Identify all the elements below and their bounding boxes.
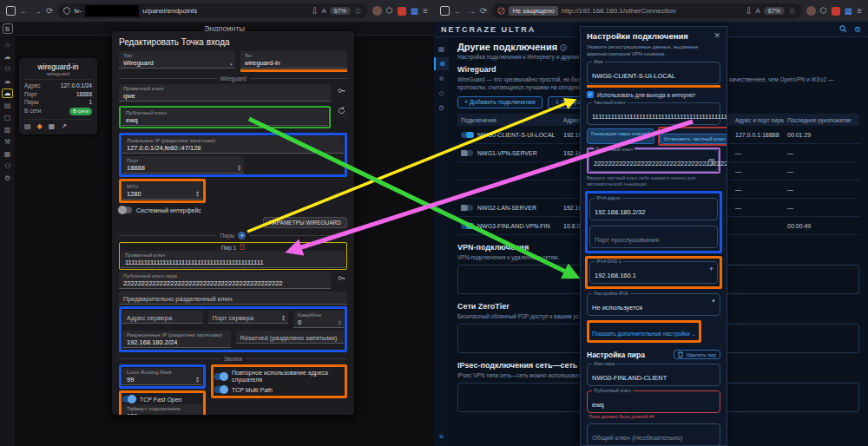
mtu-field[interactable]: MTU 1280 ▲▼ [122, 182, 202, 200]
name-field[interactable]: Имя NWG0-CLIENT-S-UI-LOCAL [587, 62, 720, 84]
zoom-badge[interactable]: 67% [764, 7, 785, 15]
tab-icon[interactable] [440, 6, 450, 16]
peer-public-key-field[interactable]: Публичный ключ пира 22222222222222222222… [119, 272, 331, 289]
adblock-icon[interactable] [398, 7, 406, 16]
gear-icon[interactable]: ⚙ [854, 25, 861, 34]
internet-icon[interactable]: ⊕ [434, 57, 449, 70]
ipv6-select[interactable]: Настройка IPv6 Не используется ▼ [587, 293, 720, 316]
tools-icon[interactable]: ⚒ [2, 137, 13, 147]
private-key-field[interactable]: Частный ключ 111111111111111111111111111… [587, 102, 720, 125]
tcp-multipath-toggle[interactable]: TCP Multi Path [214, 386, 344, 393]
peer-public-key-field[interactable]: Публичный ключ ewq [587, 390, 720, 413]
adblock-icon[interactable] [832, 7, 840, 16]
key-icon[interactable] [336, 272, 347, 282]
settings-icon[interactable]: ⚙ [2, 174, 13, 183]
tag-input[interactable]: Тег wireguard-in [240, 51, 348, 69]
extension-icon[interactable]: ⬡ [820, 7, 827, 15]
menu-icon[interactable]: ≡ [423, 7, 428, 16]
stepper-icon[interactable]: ▲▼ [195, 376, 200, 383]
profile-avatar[interactable] [372, 6, 382, 16]
reuse-address-toggle[interactable]: Повторное использование адреса слушателя [214, 370, 344, 384]
type-select[interactable]: Тип Wireguard ▾ [119, 51, 235, 69]
preshared-key-field[interactable]: Предварительно разделенный ключ [119, 292, 347, 305]
advanced-settings-link[interactable]: Показать дополнительные настройки ⌄ [592, 331, 696, 337]
settings-icon[interactable]: ⚙ [434, 102, 449, 115]
qr-code-icon[interactable]: ▦ [49, 122, 56, 130]
tcp-fast-open-toggle[interactable]: TCP Fast Open [122, 396, 202, 403]
stepper-icon[interactable]: ▲▼ [237, 164, 241, 171]
stepper-icon[interactable]: ▲▼ [195, 190, 200, 197]
tab-grid-icon[interactable]: ▦ [411, 7, 418, 16]
add-connection-button[interactable]: + Добавить подключение [457, 96, 542, 108]
copy-icon[interactable] [708, 154, 714, 169]
routing-mark-field[interactable]: Linux Routing Mark 99 ▲▼ [122, 368, 202, 385]
system-interface-toggle[interactable]: Системный интерфейс [119, 207, 347, 213]
menu-icon[interactable]: ≡ [857, 7, 862, 16]
info-icon[interactable]: ? [560, 44, 567, 51]
translate-icon[interactable]: A [322, 8, 326, 15]
save-page-icon[interactable]: ⇩ [311, 7, 318, 16]
connection-toggle[interactable] [461, 223, 473, 229]
timeout-field[interactable]: Таймаут подключения 120 с [122, 404, 202, 415]
refresh-icon[interactable] [336, 104, 347, 115]
keepalive-field[interactable]: KeepAlive 0 с [293, 311, 344, 328]
port-field[interactable]: Порт 18888 ▲▼ [122, 156, 244, 174]
use-internet-checkbox[interactable]: ✓ Использовать для выхода в интернет [587, 91, 720, 98]
users-icon[interactable]: ⚇ [2, 64, 13, 74]
connection-toggle[interactable] [461, 150, 473, 156]
back-icon[interactable]: ← [20, 7, 29, 16]
zoom-badge[interactable]: 67% [330, 7, 351, 15]
endpoint-card[interactable]: wireguard-in wireguard Адрес127.0.0.1/24… [19, 58, 97, 134]
config-file-icon[interactable]: ▤ [24, 122, 31, 130]
reserved-field[interactable]: Reserved (разделено запятыми) [236, 331, 345, 344]
public-key-field[interactable]: Публичный ключ ewq [122, 108, 328, 126]
plus-icon[interactable]: + [709, 266, 713, 272]
reload-icon[interactable]: ⟳ [480, 7, 487, 16]
list-icon[interactable]: ▤ [2, 101, 13, 110]
address-bar[interactable]: Не защищено http://192.168.160.1/otherCo… [491, 3, 801, 18]
hamburger-icon[interactable]: ≡ [439, 432, 444, 441]
shield-icon[interactable]: ◇ [434, 87, 449, 100]
forward-icon[interactable]: → [33, 7, 42, 16]
stepper-icon[interactable]: ▲▼ [281, 314, 286, 321]
peer-name-field[interactable]: Имя пира NWG0-FINLAND-CLIENT [587, 364, 720, 386]
back-icon[interactable]: ← [454, 7, 463, 16]
tab-grid-icon[interactable]: ▦ [845, 7, 852, 16]
peer-private-key-field[interactable]: Приватный ключ 1111111111111111111111111… [121, 251, 345, 268]
reload-icon[interactable]: ⟳ [46, 7, 53, 16]
extension-icon[interactable]: ⬡ [386, 7, 393, 15]
add-peer-icon[interactable]: + [238, 232, 246, 239]
save-page-icon[interactable]: ⇩ [745, 7, 752, 16]
wireguard-params-button[interactable]: ПАРАМЕТРЫ WIREGUARD [263, 217, 347, 228]
ipv4-address-field[interactable]: IPv4-адрес 192.168.180.2/32 [589, 198, 718, 220]
dashboard-icon[interactable]: ▦ [434, 43, 449, 56]
server-address-field[interactable]: Адрес сервера [122, 311, 203, 324]
public-key-field[interactable]: Публичный ключ 2222222222222222222222222… [589, 149, 719, 172]
profile-avatar[interactable] [806, 6, 816, 16]
tab-icon[interactable] [6, 6, 16, 16]
close-icon[interactable]: ✕ [713, 31, 720, 40]
dns-field[interactable]: IPv4 DNS 1 192.168.160.1 + [589, 261, 718, 284]
export-file-icon[interactable]: ◆ [37, 122, 43, 130]
key-icon[interactable] [336, 84, 347, 95]
cloud-icon[interactable]: ☁ [2, 52, 13, 62]
wifi-icon[interactable]: ≋ [434, 72, 449, 85]
generate-keys-button[interactable]: Генерация пары ключей [587, 128, 654, 144]
user-icon[interactable]: ⚇ [2, 161, 13, 171]
listen-port-field[interactable]: Порт прослушивания [589, 226, 718, 248]
panels-icon[interactable]: ▥ [2, 125, 13, 134]
allowed-ip-field[interactable]: Разрешенные IP (разделено запятыми) 192.… [122, 331, 231, 348]
delete-peer-button[interactable]: Удалить пир [674, 350, 720, 359]
private-key-field[interactable]: Приватный ключ qwe [119, 84, 331, 102]
server-port-field[interactable]: Порт сервера ▲▼ [208, 311, 289, 324]
bookmark-star-icon[interactable]: ☆ [354, 7, 362, 16]
forward-icon[interactable]: → [467, 7, 476, 16]
display-icon[interactable]: ▢ [2, 113, 13, 122]
address-bar[interactable]: tv- u/panel/endpoints ⇩ A 67% ☆ [57, 3, 367, 18]
shared-key-field[interactable]: Общий ключ (Необязательно) [587, 423, 720, 446]
cloud-upload-icon[interactable]: ☁ [2, 76, 13, 86]
connection-toggle[interactable] [461, 132, 473, 138]
bookmark-star-icon[interactable]: ☆ [788, 7, 796, 16]
search-icon[interactable] [839, 25, 847, 33]
set-private-key-button[interactable]: Установить частный ключ [660, 134, 728, 144]
